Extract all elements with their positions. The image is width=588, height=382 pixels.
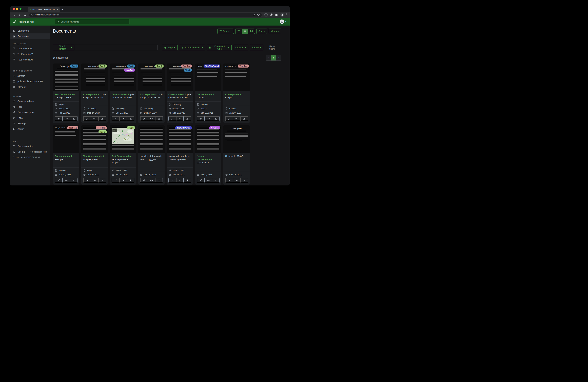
sidebar-item-open-doc-pdf-sample[interactable]: pdf-sample 10.24.48 PM: [10, 79, 50, 84]
download-button[interactable]: [98, 178, 106, 182]
minimize-window-button[interactable]: [16, 8, 18, 10]
sidebar-item-tags[interactable]: Tags: [10, 104, 50, 110]
address-bar[interactable]: localhost:4200/documents: [29, 13, 262, 17]
tag-badge[interactable]: Tag 2: [127, 64, 135, 67]
suggest-idea-link[interactable]: Suggest an idea: [29, 151, 47, 153]
global-search[interactable]: [55, 19, 129, 24]
tags-filter-button[interactable]: Tags: [162, 45, 178, 50]
tag-badge[interactable]: Test Tag: [238, 64, 249, 67]
document-thumbnail[interactable]: Tag 3: [110, 125, 136, 153]
edit-button[interactable]: [168, 178, 176, 182]
edit-button[interactable]: [168, 116, 176, 121]
tag-badge[interactable]: TagWithPartial: [175, 126, 192, 129]
edit-button[interactable]: [83, 178, 91, 182]
sort-button[interactable]: Sort: [256, 29, 267, 34]
correspondent-filter-button[interactable]: Correspondent: [179, 45, 205, 50]
tab-search-chevron-icon[interactable]: ⌄: [286, 8, 288, 10]
detail-view-button[interactable]: [248, 29, 255, 34]
correspondent-link[interactable]: Correspondent 2: [112, 93, 129, 96]
user-menu[interactable]: ▼: [280, 20, 287, 24]
created-filter-button[interactable]: Created: [233, 45, 248, 50]
correspondent-link[interactable]: Test Correspondent: [83, 155, 104, 157]
edit-button[interactable]: [140, 178, 148, 182]
view-button[interactable]: [148, 116, 155, 121]
view-button[interactable]: [91, 178, 99, 182]
download-button[interactable]: [98, 116, 106, 121]
correspondent-link[interactable]: Correspondent 2: [55, 155, 72, 157]
tag-badge[interactable]: Tag 3: [99, 64, 107, 67]
tag-badge[interactable]: Tag 3: [127, 126, 135, 129]
new-tab-button[interactable]: +: [62, 8, 63, 11]
side-panel-icon[interactable]: [275, 13, 278, 16]
tab-close-icon[interactable]: ✕: [57, 8, 58, 11]
sidebar-item-github[interactable]: GitHub Suggest an idea: [10, 149, 50, 155]
site-info-icon[interactable]: [31, 14, 34, 16]
reload-button[interactable]: [22, 12, 27, 17]
sidebar-item-logs[interactable]: Logs: [10, 115, 50, 121]
tag-badge[interactable]: Test Tag: [67, 126, 78, 129]
back-button[interactable]: [12, 12, 17, 17]
added-filter-button[interactable]: Added: [250, 45, 263, 50]
view-button[interactable]: [91, 116, 99, 121]
tag-badge[interactable]: Tag 3: [155, 64, 164, 67]
sidebar-item-saved-view-not[interactable]: Test View NOT: [10, 57, 50, 62]
view-button[interactable]: [119, 178, 127, 182]
next-page-button[interactable]: »: [276, 55, 281, 60]
document-thumbnail[interactable]: NewOne: [195, 125, 221, 153]
tag-badge[interactable]: NewOne: [124, 69, 135, 72]
view-button[interactable]: [176, 116, 184, 121]
current-page-button[interactable]: 1: [271, 55, 276, 60]
download-button[interactable]: [155, 116, 163, 121]
tag-badge[interactable]: Test Tag: [181, 64, 192, 67]
download-button[interactable]: [240, 178, 248, 182]
list-view-button[interactable]: [235, 29, 242, 34]
edit-button[interactable]: [197, 116, 205, 121]
document-thumbnail[interactable]: Adobe Acrobat PDF FilesTag 3: [138, 63, 165, 91]
tag-badge[interactable]: Tag 2: [184, 69, 192, 72]
sidebar-item-dashboard[interactable]: Dashboard: [10, 28, 50, 33]
document-thumbnail[interactable]: Adobe Acrobat PDF FilesTag 2NewOne: [110, 63, 136, 91]
zoom-window-button[interactable]: [20, 8, 21, 10]
view-button[interactable]: [148, 178, 155, 182]
view-button[interactable]: [63, 116, 70, 121]
share-icon[interactable]: [253, 14, 256, 16]
view-button[interactable]: [119, 116, 127, 121]
download-button[interactable]: [70, 178, 77, 182]
sidebar-item-correspondents[interactable]: Correspondents: [10, 99, 50, 104]
document-thumbnail[interactable]: Test TagTag 3: [81, 125, 108, 153]
traffic-lights[interactable]: [13, 8, 21, 10]
view-button[interactable]: [176, 178, 184, 182]
document-thumbnail[interactable]: Lorem ipsum: [223, 125, 250, 153]
correspondent-link[interactable]: Correspondent 2: [168, 93, 186, 96]
correspondent-link[interactable]: Correspondent 2: [197, 93, 214, 96]
sidebar-item-admin[interactable]: Admin: [10, 126, 50, 132]
browser-tab[interactable]: Documents - Paperless-ngx ✕: [28, 7, 60, 12]
download-button[interactable]: [212, 116, 219, 121]
edit-button[interactable]: [55, 116, 63, 121]
tag-badge[interactable]: Tag 3: [99, 130, 107, 133]
browser-profile-avatar[interactable]: [280, 13, 284, 17]
document-thumbnail[interactable]: A Simple PDF FileTest Tag: [53, 125, 79, 153]
download-button[interactable]: [184, 178, 191, 182]
edit-button[interactable]: [225, 178, 233, 182]
sidebar-item-documents[interactable]: Documents: [10, 33, 50, 39]
sidebar-item-settings[interactable]: Settings: [10, 121, 50, 126]
extension-badge-icon[interactable]: 1: [264, 13, 268, 17]
correspondent-link[interactable]: Correspondent 2: [140, 93, 158, 96]
edit-button[interactable]: [112, 116, 119, 121]
document-thumbnail[interactable]: Lorem IpsumTag 2: [53, 63, 79, 91]
view-button[interactable]: [63, 178, 70, 182]
tag-badge[interactable]: Test Tag: [96, 126, 107, 129]
tag-badge[interactable]: TagWithPartial: [204, 64, 220, 67]
sidebar-item-open-doc-sample[interactable]: sample: [10, 73, 50, 79]
close-window-button[interactable]: [13, 8, 15, 10]
forward-button[interactable]: [17, 12, 22, 17]
download-button[interactable]: [70, 116, 77, 121]
view-button[interactable]: [205, 178, 212, 182]
extensions-puzzle-icon[interactable]: [270, 13, 273, 16]
select-button[interactable]: Select: [217, 29, 234, 34]
document-thumbnail[interactable]: Adobe Acrobat PDF FilesTest TagTag 2: [167, 63, 193, 91]
document-thumbnail[interactable]: [138, 125, 165, 153]
views-button[interactable]: Views: [269, 29, 281, 34]
edit-button[interactable]: [55, 178, 63, 182]
